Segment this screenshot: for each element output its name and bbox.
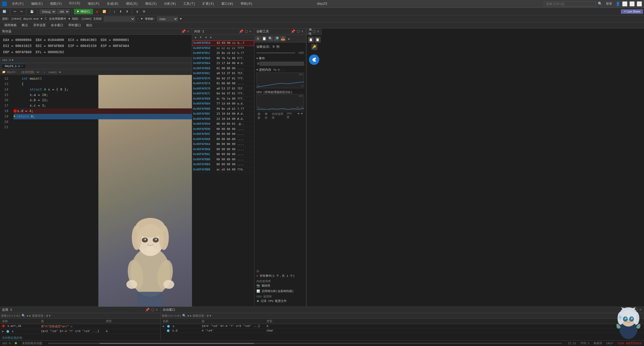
menu-build[interactable]: 生成(B) — [105, 1, 120, 6]
minimize-button[interactable]: — — [622, 1, 627, 6]
watch-close[interactable]: × — [155, 308, 158, 312]
auto-expand-0[interactable]: ▶ — [163, 325, 165, 328]
diag-scroll-up[interactable]: ▲ — [287, 37, 291, 41]
mem-scroll-down[interactable]: ▼ — [198, 35, 203, 40]
scope-select[interactable]: (全局范围) — [19, 70, 40, 74]
redo-btn[interactable]: ↪ — [19, 9, 24, 14]
step-over-btn[interactable]: ⤵ — [112, 10, 117, 14]
editor-tab-active[interactable]: day23_1.c × — [2, 64, 25, 68]
tab-summary[interactable]: 摘要 — [256, 112, 264, 120]
menu-edit[interactable]: 编辑(E) — [30, 1, 45, 6]
registers-close-btn[interactable]: × — [187, 30, 190, 34]
menu-extensions[interactable]: 扩展(X) — [201, 1, 216, 6]
menu-debug[interactable]: 调试(D) — [124, 1, 139, 6]
tab-close[interactable]: × — [21, 65, 23, 68]
memory-float-btn[interactable]: ⬡ — [244, 29, 248, 34]
props-icon-2[interactable]: 📋 — [315, 37, 321, 43]
auto-search-icon[interactable]: 🔍 — [182, 314, 186, 318]
events-header[interactable]: 事件 — [256, 56, 304, 61]
watch-float[interactable]: ⬡ — [151, 308, 155, 312]
menu-help[interactable]: 帮助(H) — [239, 1, 254, 6]
thread-select[interactable] — [104, 17, 135, 21]
all-events-item[interactable]: ⇌ 所有事件(1 个，共 1 个) — [256, 274, 304, 278]
debug-config-select[interactable]: Debug — [40, 9, 56, 14]
immediate-window-item[interactable]: 即时窗口 — [66, 23, 83, 28]
function-select[interactable]: main() — [46, 70, 62, 74]
output-item[interactable]: 输出 — [84, 23, 94, 28]
login-btn[interactable]: 登录 — [604, 2, 614, 6]
snapshot-item[interactable]: 📷 截快照 — [256, 284, 304, 288]
auto-depth-dropdown[interactable]: ▼ — [209, 314, 211, 317]
zoom-arrow[interactable]: ▼ — [12, 59, 13, 62]
close-button[interactable]: × — [637, 1, 642, 6]
diag-zoom-icon[interactable]: 🔎 — [274, 36, 279, 41]
tab-next[interactable]: ► — [300, 112, 304, 120]
scroll-indicator[interactable] — [48, 343, 562, 344]
project-name[interactable]: day23 — [7, 71, 15, 74]
auto-float[interactable]: ⬡ — [634, 308, 638, 312]
menu-project[interactable]: 项目(P) — [86, 1, 101, 6]
menu-test[interactable]: 测试(S) — [144, 1, 159, 6]
menu-file[interactable]: 文件(F) — [10, 1, 25, 6]
save-btn[interactable]: 💾 — [29, 9, 35, 14]
undo-btn[interactable]: ↩ — [12, 9, 18, 14]
continue-button[interactable]: ▶ 继续(C) — [74, 9, 93, 14]
restart-btn[interactable]: 🔁 — [101, 9, 108, 14]
menu-window[interactable]: 窗口(W) — [220, 1, 235, 6]
record-item[interactable]: ⏺ 记录 CPU 配置文件 — [256, 299, 304, 303]
step-into-btn[interactable]: ⬇ — [118, 9, 123, 14]
mem-right[interactable]: ► — [209, 35, 213, 40]
breakpoint-btn[interactable]: ⏸ — [134, 10, 140, 14]
process-mem-header[interactable]: 进程内存 ▼▲ 专... — [256, 67, 304, 73]
dropdown-arrow[interactable]: ▼ — [41, 17, 43, 20]
auto-close[interactable]: × — [639, 308, 642, 312]
tab-events[interactable]: 事件 — [264, 112, 271, 120]
platform-select[interactable]: x86 — [57, 9, 70, 14]
memory-close-btn[interactable]: × — [249, 30, 252, 34]
menu-view[interactable]: 视图(V) — [49, 1, 64, 6]
stack-select[interactable]: main — [157, 17, 178, 21]
tab-cpu[interactable]: CPU 使 — [286, 112, 296, 120]
new-file-btn[interactable]: 🆕 — [1, 9, 8, 14]
exception-settings-item[interactable]: 异常设置 — [31, 23, 48, 28]
watch-search-icon[interactable]: 🔍 — [22, 314, 25, 318]
registers-pin-btn[interactable]: 📌 — [181, 29, 186, 34]
mem-scroll-up[interactable]: ▲ — [193, 35, 198, 40]
maximize-button[interactable]: □ — [629, 1, 635, 6]
auto-nav-right[interactable]: ► — [190, 314, 192, 317]
watch-pin[interactable]: 📌 — [145, 308, 150, 312]
command-window-item[interactable]: 命令窗口 — [49, 23, 65, 28]
call-stack-item[interactable]: 调用堆栈 — [2, 23, 19, 28]
watch-add-item[interactable]: 添加要监视的项 — [0, 335, 160, 340]
props-float[interactable]: ⬡ — [312, 29, 316, 34]
stack-dropdown[interactable]: ▼ — [180, 17, 182, 20]
props-icon-1[interactable]: 📋 — [308, 37, 314, 43]
watch-nav-right[interactable]: ► — [29, 314, 31, 317]
code-content[interactable]: int main() { struct A s = { 0 }; s.a = 1… — [10, 76, 192, 130]
live-share-button[interactable]: ↗ Live Share — [621, 9, 643, 14]
process-mem-spec-btn[interactable]: 专... — [277, 68, 285, 72]
expand-icon-1[interactable]: ▶ — [2, 330, 4, 333]
mem-left[interactable]: ◄ — [204, 35, 208, 40]
search-icon[interactable]: 🔍 — [598, 2, 602, 6]
tab-mem-usage[interactable]: 内存使用率 — [271, 112, 286, 120]
refresh-icon-0[interactable]: ↻ — [71, 325, 72, 328]
tab-prev[interactable]: ◄ — [296, 112, 300, 120]
filter-btn[interactable]: ▼ — [141, 17, 143, 20]
diag-record-icon[interactable]: 📋 — [262, 36, 267, 41]
menu-tools[interactable]: 工具(T) — [182, 1, 197, 6]
auto-nav-left[interactable]: ◄ — [187, 314, 189, 317]
stop-btn[interactable]: ⏹ — [94, 10, 100, 14]
events-filter-input[interactable] — [260, 62, 304, 66]
analysis-item[interactable]: 📊 启用堆分析(会影响性能) — [256, 289, 304, 293]
menu-analyze[interactable]: 分析(N) — [162, 1, 178, 6]
diag-close-btn[interactable]: × — [301, 30, 304, 34]
settings-btn[interactable]: ⚙ — [141, 9, 147, 14]
diag-float-btn[interactable]: ⬡ — [296, 29, 300, 34]
watch-depth-dropdown[interactable]: ▼ — [49, 314, 51, 317]
breakpoints-item[interactable]: 断点 — [20, 23, 30, 28]
watch-nav-left[interactable]: ◄ — [26, 314, 28, 317]
step-out-btn[interactable]: ⬆ — [124, 9, 130, 14]
diag-pin-btn[interactable]: 📌 — [290, 29, 296, 34]
diag-search-icon[interactable]: 🔍 — [268, 36, 273, 41]
